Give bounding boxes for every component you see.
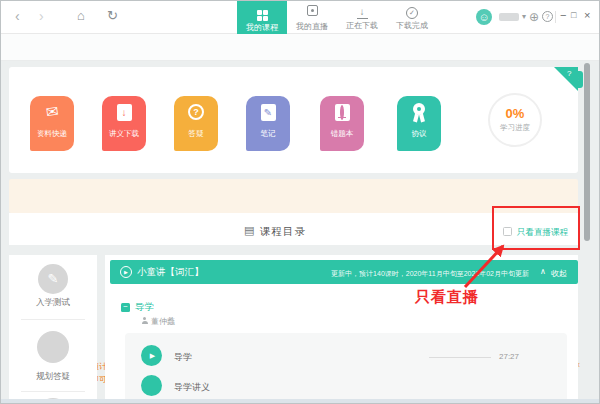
divider — [21, 319, 85, 320]
tab-download-complete[interactable]: ✓ 下载完成 — [387, 1, 437, 34]
study-progress-circle: 0% 学习进度 — [488, 93, 542, 147]
feature-notes[interactable]: ✎ 笔记 — [246, 96, 290, 151]
refresh-icon[interactable]: ↻ — [107, 8, 118, 23]
live-only-label[interactable]: 只看直播课程 — [517, 227, 568, 239]
tab-label: 我的直播 — [287, 21, 337, 32]
catalog-title: 课程目录 — [260, 225, 306, 239]
course-group-status: 更新中，预计140课时，2020年11月中旬至2021年02月中旬更新 — [331, 269, 529, 279]
collapse-label[interactable]: 收起 — [551, 268, 567, 279]
collapse-caret-icon[interactable]: ∧ — [540, 267, 546, 276]
close-button[interactable]: × — [584, 9, 590, 21]
settings-icon[interactable]: ⊕ — [529, 10, 539, 24]
teacher-name: 董仲蠡 — [151, 316, 175, 327]
notebook-pen-icon: ✎ — [261, 104, 276, 121]
tab-label: 正在下载 — [337, 20, 387, 31]
mail-icon: ✉ — [45, 102, 60, 122]
certificate-icon — [335, 104, 350, 121]
feature-label: 协议 — [397, 129, 441, 139]
feature-label: 答疑 — [174, 129, 218, 139]
grid-icon — [257, 10, 268, 21]
window-bottom-edge — [1, 399, 600, 404]
tab-label: 下载完成 — [387, 20, 437, 31]
live-icon — [307, 5, 318, 16]
video-play-icon[interactable]: ▶ — [141, 345, 162, 366]
feature-agreement[interactable]: 协议 — [397, 96, 441, 151]
feature-label: 笔记 — [246, 129, 290, 139]
forward-icon[interactable]: › — [39, 8, 44, 24]
scrollbar-thumb[interactable] — [584, 63, 590, 241]
course-group-title: 小童讲【词汇】 — [137, 266, 204, 279]
feature-label: 讲义下载 — [102, 129, 146, 139]
notice-bar: ! 作文批改服务预计于2021年8月左右上线，请各位同学耐心使用～词汇大全书经升… — [9, 179, 578, 213]
tab-downloading[interactable]: ↓ 正在下载 — [337, 1, 387, 34]
maximize-button[interactable]: □ — [571, 10, 576, 20]
handout-doc-icon[interactable] — [141, 375, 162, 396]
feature-qa[interactable]: ? 答疑 — [174, 96, 218, 151]
home-icon[interactable]: ⌂ — [77, 8, 85, 23]
lesson-handout-label[interactable]: 导学讲义 — [174, 381, 210, 394]
question-badge-icon: ? — [567, 69, 571, 78]
download-book-icon: ↓ — [117, 104, 132, 121]
feature-label: 错题本 — [320, 129, 364, 139]
username-masked — [499, 13, 519, 21]
chevron-down-icon[interactable]: ▾ — [522, 12, 526, 21]
teacher-icon — [141, 317, 148, 325]
progress-percent: 0% — [490, 106, 540, 121]
progress-track — [429, 357, 491, 358]
corner-ribbon[interactable] — [554, 67, 578, 91]
feature-handout-download[interactable]: ↓ 讲义下载 — [102, 96, 146, 151]
section-collapse-box[interactable]: − — [121, 303, 130, 312]
back-icon[interactable]: ‹ — [15, 8, 20, 24]
avatar[interactable]: ☺ — [476, 9, 492, 25]
feature-label: 资料快递 — [30, 129, 74, 139]
progress-label: 学习进度 — [490, 123, 540, 133]
medal-icon — [411, 103, 427, 125]
help-icon[interactable]: ? — [542, 11, 553, 22]
title-bar: ‹ › ⌂ ↻ 我的课程 我的直播 ↓ 正在下载 ✓ 下载完成 ☺ ▾ ⊕ ? … — [1, 1, 599, 34]
play-circle-icon: ▶ — [120, 266, 132, 278]
sidebar-item-entrance-test[interactable]: 入学测试 — [9, 297, 97, 309]
download-arrow-icon: ↓ — [357, 6, 368, 19]
check-circle-icon: ✓ — [406, 7, 418, 19]
planning-qa-icon[interactable] — [37, 331, 69, 363]
minimize-button[interactable]: − — [560, 9, 566, 21]
divider — [555, 11, 556, 23]
app-window: ‹ › ⌂ ↻ 我的课程 我的直播 ↓ 正在下载 ✓ 下载完成 ☺ ▾ ⊕ ? … — [0, 0, 600, 404]
live-only-checkbox[interactable] — [503, 227, 512, 236]
lesson-duration: 27:27 — [499, 352, 519, 361]
tab-label: 我的课程 — [237, 22, 287, 33]
list-icon: ▤ — [244, 224, 254, 237]
breadcrumb-row: 2022考研>2022考研英语大咖全程班 英语一 有效时间：2021-12-31… — [1, 34, 599, 61]
feature-materials-express[interactable]: ✉ 资料快递 — [30, 96, 74, 151]
section-title[interactable]: 导学 — [135, 301, 154, 314]
feature-mistake-book[interactable]: 错题本 — [320, 96, 364, 151]
divider — [21, 391, 85, 392]
entrance-test-icon[interactable]: ✎ — [38, 264, 68, 294]
sidebar-item-planning-qa[interactable]: 规划答疑 — [9, 371, 97, 383]
tab-my-courses[interactable]: 我的课程 — [237, 1, 287, 34]
question-circle-icon: ? — [188, 104, 204, 120]
tab-my-live[interactable]: 我的直播 — [287, 1, 337, 34]
lesson-video-label[interactable]: 导学 — [174, 351, 192, 364]
